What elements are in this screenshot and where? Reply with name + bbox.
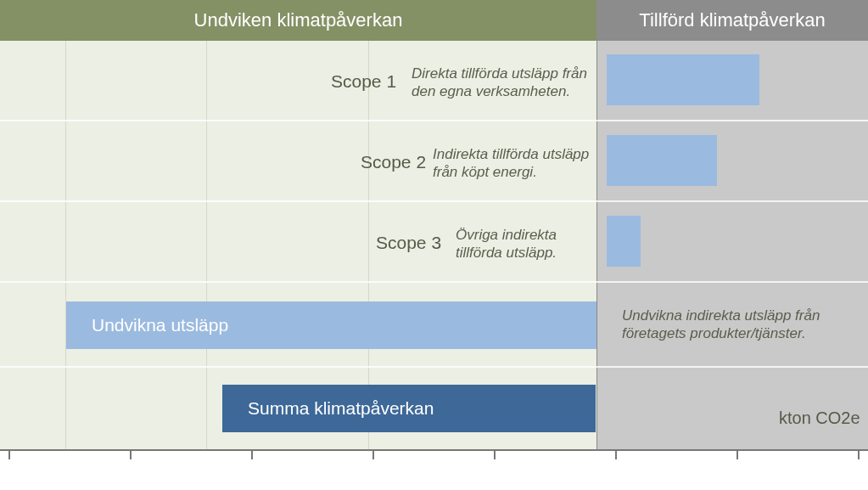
x-tick <box>494 451 496 459</box>
x-tick <box>8 451 10 459</box>
plot-area: Scope 1 Direkta tillförda utsläpp från d… <box>0 41 868 490</box>
scope-3-desc: Övriga indirekta tillförda utsläpp. <box>456 226 557 262</box>
x-tick <box>736 451 738 459</box>
scope-2-desc: Indirekta tillförda utsläpp från köpt en… <box>433 145 589 182</box>
bar-avoided: Undvikna utsläpp <box>66 301 596 349</box>
bar-total: Summa klimatpåverkan <box>222 385 596 432</box>
scope-2-label: Scope 2 <box>361 152 426 172</box>
bar-avoided-label: Undvikna utsläpp <box>66 315 228 335</box>
scope-1-desc: Direkta tillförda utsläpp från den egna … <box>412 65 587 101</box>
bar-scope-2 <box>607 135 717 186</box>
row-total: Summa klimatpåverkan kton CO2e <box>0 368 868 449</box>
x-tick <box>130 451 132 459</box>
bar-scope-3 <box>607 216 641 267</box>
bar-scope-1 <box>607 54 759 105</box>
row-scope-3: Scope 3 Övriga indirekta tillförda utslä… <box>0 202 868 283</box>
row-avoided: Undvikna utsläpp Undvikna indirekta utsl… <box>0 283 868 368</box>
header-added-label: Tillförd klimatpåverkan <box>639 9 825 31</box>
header-avoided: Undviken klimatpåverkan <box>0 0 596 41</box>
x-tick <box>615 451 617 459</box>
header-avoided-label: Undviken klimatpåverkan <box>194 9 403 31</box>
x-tick <box>251 451 253 459</box>
x-axis <box>0 449 868 490</box>
climate-impact-chart: Undviken klimatpåverkan Tillförd klimatp… <box>0 0 868 490</box>
header-added: Tillförd klimatpåverkan <box>596 0 868 41</box>
row-scope-2: Scope 2 Indirekta tillförda utsläpp från… <box>0 121 868 202</box>
row-scope-1: Scope 1 Direkta tillförda utsläpp från d… <box>0 41 868 121</box>
x-tick <box>858 451 860 459</box>
x-tick <box>372 451 374 459</box>
unit-label: kton CO2e <box>779 408 860 428</box>
avoided-desc: Undvikna indirekta utsläpp från företage… <box>622 307 820 343</box>
scope-1-label: Scope 1 <box>331 71 396 92</box>
scope-3-label: Scope 3 <box>376 233 441 253</box>
bar-total-label: Summa klimatpåverkan <box>222 398 434 419</box>
